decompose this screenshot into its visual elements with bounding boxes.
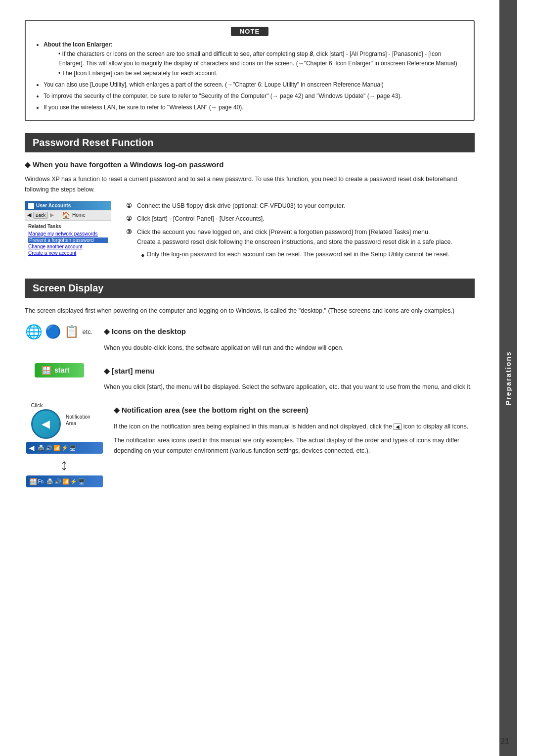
ua-home-icon: 🏠 <box>62 211 70 219</box>
password-reset-header: Password Reset Function <box>25 133 475 152</box>
taskbar-fn-icon: Fn <box>38 479 44 484</box>
side-tab-label: Preparations <box>504 351 512 405</box>
click-label: Click <box>31 402 43 408</box>
start-subsection-title: [start] menu <box>104 365 475 378</box>
note-bullet-4: If you use the wireless LAN, be sure to … <box>44 103 466 112</box>
ua-related-tasks-label: Related Tasks <box>28 224 108 229</box>
taskbar-start-icon: 🪟 <box>29 478 37 485</box>
taskbar-icon-2: 🔊 <box>45 445 52 451</box>
chevron-left-icon: ◀ <box>42 418 50 430</box>
notification-labels: Notification Area <box>66 414 90 426</box>
taskbar-exp-icon-5: 🖥️ <box>78 478 85 485</box>
icons-subsection: 🌐 🔵 📋 etc. Icons on the desktop When you… <box>25 324 475 353</box>
ua-task-4[interactable]: Create a new account <box>28 250 108 256</box>
preparations-side-tab: Preparations <box>499 0 517 756</box>
taskbar-expanded: 🪟 Fn 🖨️ 🔊 📶 ⚡ 🖥️ <box>26 475 103 487</box>
notification-bullet-1: If the icon on the notification area bei… <box>114 422 475 432</box>
ua-back-icon: ◀ <box>27 212 31 218</box>
ie-icon-symbol: 🌐 <box>25 324 43 340</box>
taskbar-icons-row: 🖨️ 🔊 📶 ⚡ 🖥️ <box>38 445 76 451</box>
notification-image: Click ◀ Notification Area <box>25 402 104 487</box>
icons-subsection-body: When you double-click icons, the softwar… <box>104 343 475 353</box>
folder-icon-symbol: 🔵 <box>45 324 61 339</box>
etc-label: etc. <box>83 328 93 335</box>
start-button-mock[interactable]: 🪟 start <box>35 363 84 378</box>
ua-toolbar: ◀ Back ▶ 🏠 Home <box>25 210 111 221</box>
ua-home-label: Home <box>72 212 86 218</box>
step-3-num: ③ <box>126 227 134 261</box>
step-2: ② Click [start] - [Control Panel] - [Use… <box>126 214 452 224</box>
note-sub-1: If the characters or icons on the screen… <box>53 49 466 68</box>
ua-task-3[interactable]: Change another account <box>28 244 108 249</box>
taskbar-chevron-icon: ◀ <box>29 444 34 452</box>
main-content: NOTE About the Icon Enlarger: If the cha… <box>0 0 499 756</box>
note-sub-2: The [Icon Enlarger] can be set separatel… <box>53 69 466 78</box>
note-box: NOTE About the Icon Enlarger: If the cha… <box>25 20 475 121</box>
icons-text: Icons on the desktop When you double-cli… <box>104 324 475 353</box>
notification-area-label: Notification <box>66 414 90 420</box>
click-area: Click ◀ Notification Area <box>31 402 61 439</box>
bullet-disc-icon: ● <box>141 250 145 261</box>
desktop-icons-row: 🌐 🔵 📋 etc. <box>26 324 93 339</box>
screen-display-intro: The screen displayed first when powering… <box>25 306 475 316</box>
taskbar-icon-4: ⚡ <box>61 445 68 451</box>
password-reset-section: Password Reset Function When you have fo… <box>25 133 475 263</box>
taskbar-exp-icon-3: 📶 <box>62 478 69 485</box>
notification-area-label2: Area <box>66 421 90 426</box>
start-button-label: start <box>54 366 69 374</box>
step-3-text: Click the account you have logged on, an… <box>137 227 452 261</box>
step-1-num: ① <box>126 201 134 211</box>
ua-forward-icon: ▶ <box>50 212 54 218</box>
notification-subsection: Click ◀ Notification Area <box>25 402 475 487</box>
screen-display-header: Screen Display <box>25 279 475 298</box>
step-3: ③ Click the account you have logged on, … <box>126 227 452 261</box>
notification-subsection-title: Notification area (see the bottom right … <box>114 404 475 417</box>
ua-title: User Accounts <box>36 203 71 208</box>
step-2-text: Click [start] - [Control Panel] - [User … <box>137 214 452 224</box>
notification-circle-icon: ◀ <box>31 409 61 439</box>
note-content: About the Icon Enlarger: If the characte… <box>34 40 466 112</box>
ua-task-2-highlighted[interactable]: Prevent a forgotten password <box>28 237 108 243</box>
doc-icon: 📋 <box>64 324 80 339</box>
password-reset-intro: Windows XP has a function to reset a cur… <box>25 174 475 194</box>
ie-icon: 🌐 <box>26 324 42 339</box>
screen-display-section: Screen Display The screen displayed firs… <box>25 279 475 487</box>
start-subsection: 🪟 start [start] menu When you click [sta… <box>25 363 475 392</box>
step-1-text: Connect the USB floppy disk drive (optio… <box>137 201 452 211</box>
page-wrapper: NOTE About the Icon Enlarger: If the cha… <box>0 0 534 756</box>
user-accounts-image: User Accounts ◀ Back ▶ 🏠 Home Related Ta… <box>25 201 111 264</box>
chevron-inline-icon: ◀ <box>394 424 401 430</box>
taskbar-icon-5: 🖥️ <box>69 445 76 451</box>
ua-titlebar: User Accounts <box>25 201 111 210</box>
windows-flag-icon: 🪟 <box>42 366 51 375</box>
taskbar-exp-icon-4: ⚡ <box>70 478 77 485</box>
steps-list: ① Connect the USB floppy disk drive (opt… <box>126 201 452 264</box>
user-accounts-ui: User Accounts ◀ Back ▶ 🏠 Home Related Ta… <box>25 201 111 260</box>
taskbar-exp-icon-1: 🖨️ <box>46 478 53 485</box>
notification-text: Notification area (see the bottom right … <box>114 402 475 456</box>
page-number: 21 <box>500 737 509 746</box>
ua-back-button[interactable]: Back <box>33 212 48 219</box>
desktop-icons-image: 🌐 🔵 📋 etc. <box>25 324 94 341</box>
folder-icon: 🔵 <box>45 324 61 339</box>
note-title-container: NOTE <box>34 27 466 36</box>
step-1: ① Connect the USB floppy disk drive (opt… <box>126 201 452 211</box>
ua-task-1[interactable]: Manage my network passwords <box>28 231 108 236</box>
step-3-subbullet: ● Only the log-on password for each acco… <box>141 249 452 261</box>
notification-bullets: If the icon on the notification area bei… <box>114 422 475 456</box>
start-button-image: 🪟 start <box>25 363 94 378</box>
start-text: [start] menu When you click [start], the… <box>104 363 475 392</box>
taskbar-icon-3: 📶 <box>53 445 60 451</box>
password-reset-body: User Accounts ◀ Back ▶ 🏠 Home Related Ta… <box>25 201 475 264</box>
ua-body: Related Tasks Manage my network password… <box>25 221 111 260</box>
note-title: NOTE <box>231 27 268 36</box>
arrow-down-indicator: ↕ <box>26 457 103 472</box>
password-reset-subsection-title: When you have forgotten a Windows log-on… <box>25 160 475 169</box>
note-bullet-1: About the Icon Enlarger: If the characte… <box>44 40 466 78</box>
notification-icon-wrapper: ◀ Notification Area <box>31 409 61 439</box>
taskbar-expanded-icons: 🖨️ 🔊 📶 ⚡ 🖥️ <box>46 478 85 485</box>
notification-bullet-2: The notification area icons used in this… <box>114 435 475 456</box>
taskbar-exp-icon-2: 🔊 <box>54 478 61 485</box>
ua-titlebar-icon <box>28 203 34 209</box>
step-2-num: ② <box>126 214 134 224</box>
